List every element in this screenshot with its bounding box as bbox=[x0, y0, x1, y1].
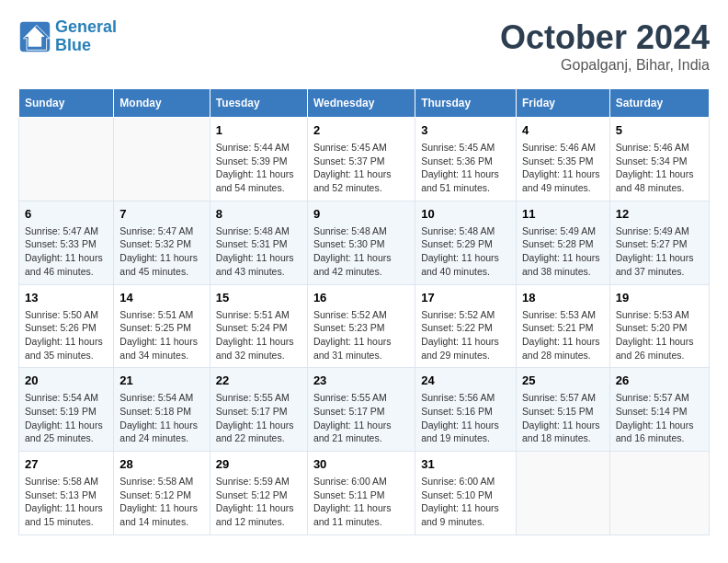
day-number: 30 bbox=[313, 457, 409, 471]
day-info: Sunrise: 5:52 AMSunset: 5:23 PMDaylight:… bbox=[313, 308, 409, 362]
calendar-cell: 16Sunrise: 5:52 AMSunset: 5:23 PMDayligh… bbox=[307, 284, 415, 368]
calendar-cell: 5Sunrise: 5:46 AMSunset: 5:34 PMDaylight… bbox=[609, 118, 709, 201]
calendar-cell: 29Sunrise: 5:59 AMSunset: 5:12 PMDayligh… bbox=[210, 452, 307, 535]
day-number: 26 bbox=[616, 373, 703, 387]
day-info: Sunrise: 5:48 AMSunset: 5:30 PMDaylight:… bbox=[313, 224, 409, 279]
day-info: Sunrise: 5:52 AMSunset: 5:22 PMDaylight:… bbox=[421, 308, 510, 362]
calendar-cell: 27Sunrise: 5:58 AMSunset: 5:13 PMDayligh… bbox=[19, 452, 114, 535]
day-info: Sunrise: 5:57 AMSunset: 5:15 PMDaylight:… bbox=[522, 391, 604, 445]
day-info: Sunrise: 5:45 AMSunset: 5:37 PMDaylight:… bbox=[313, 141, 409, 195]
day-info: Sunrise: 5:55 AMSunset: 5:17 PMDaylight:… bbox=[313, 391, 409, 445]
calendar-week-row: 27Sunrise: 5:58 AMSunset: 5:13 PMDayligh… bbox=[19, 452, 710, 535]
calendar-cell: 25Sunrise: 5:57 AMSunset: 5:15 PMDayligh… bbox=[516, 368, 609, 452]
title-section: October 2024 Gopalganj, Bihar, India bbox=[500, 18, 710, 74]
day-info: Sunrise: 6:00 AMSunset: 5:10 PMDaylight:… bbox=[421, 475, 510, 529]
calendar-cell: 13Sunrise: 5:50 AMSunset: 5:26 PMDayligh… bbox=[19, 284, 114, 368]
subtitle: Gopalganj, Bihar, India bbox=[500, 57, 710, 74]
calendar-cell: 11Sunrise: 5:49 AMSunset: 5:28 PMDayligh… bbox=[516, 201, 609, 284]
calendar-cell: 9Sunrise: 5:48 AMSunset: 5:30 PMDaylight… bbox=[307, 201, 415, 284]
logo-text: General Blue bbox=[55, 18, 117, 55]
day-info: Sunrise: 5:56 AMSunset: 5:16 PMDaylight:… bbox=[421, 391, 510, 445]
calendar-cell bbox=[19, 118, 114, 201]
day-number: 11 bbox=[522, 207, 604, 221]
calendar-cell bbox=[516, 452, 609, 535]
day-info: Sunrise: 5:50 AMSunset: 5:26 PMDaylight:… bbox=[25, 308, 108, 362]
calendar-header-row: SundayMondayTuesdayWednesdayThursdayFrid… bbox=[19, 89, 710, 118]
calendar-cell: 17Sunrise: 5:52 AMSunset: 5:22 PMDayligh… bbox=[415, 284, 517, 368]
day-number: 6 bbox=[25, 207, 108, 221]
day-info: Sunrise: 5:47 AMSunset: 5:32 PMDaylight:… bbox=[119, 224, 204, 279]
day-number: 3 bbox=[421, 123, 510, 137]
calendar-cell: 10Sunrise: 5:48 AMSunset: 5:29 PMDayligh… bbox=[415, 201, 517, 284]
day-number: 21 bbox=[119, 373, 204, 387]
day-number: 22 bbox=[216, 373, 301, 387]
calendar-cell: 8Sunrise: 5:48 AMSunset: 5:31 PMDaylight… bbox=[210, 201, 307, 284]
day-number: 17 bbox=[421, 291, 510, 304]
day-number: 18 bbox=[522, 291, 604, 304]
day-info: Sunrise: 5:51 AMSunset: 5:24 PMDaylight:… bbox=[216, 308, 301, 362]
calendar-cell: 2Sunrise: 5:45 AMSunset: 5:37 PMDaylight… bbox=[307, 118, 415, 201]
day-info: Sunrise: 5:59 AMSunset: 5:12 PMDaylight:… bbox=[216, 475, 301, 529]
day-info: Sunrise: 5:47 AMSunset: 5:33 PMDaylight:… bbox=[25, 224, 108, 279]
day-info: Sunrise: 5:45 AMSunset: 5:36 PMDaylight:… bbox=[421, 141, 510, 195]
calendar-cell: 24Sunrise: 5:56 AMSunset: 5:16 PMDayligh… bbox=[415, 368, 517, 452]
day-info: Sunrise: 5:44 AMSunset: 5:39 PMDaylight:… bbox=[216, 141, 301, 195]
day-number: 10 bbox=[421, 207, 510, 221]
calendar-cell: 18Sunrise: 5:53 AMSunset: 5:21 PMDayligh… bbox=[516, 284, 609, 368]
day-info: Sunrise: 5:46 AMSunset: 5:35 PMDaylight:… bbox=[522, 141, 604, 195]
day-number: 7 bbox=[119, 207, 204, 221]
day-info: Sunrise: 5:53 AMSunset: 5:20 PMDaylight:… bbox=[616, 308, 703, 362]
day-number: 5 bbox=[616, 123, 703, 137]
day-info: Sunrise: 5:58 AMSunset: 5:13 PMDaylight:… bbox=[25, 475, 108, 529]
day-number: 12 bbox=[616, 207, 703, 221]
day-info: Sunrise: 5:55 AMSunset: 5:17 PMDaylight:… bbox=[216, 391, 301, 445]
day-number: 29 bbox=[216, 457, 301, 471]
calendar-cell bbox=[609, 452, 709, 535]
day-number: 1 bbox=[216, 123, 301, 137]
header-day-friday: Friday bbox=[516, 89, 609, 118]
calendar-cell: 26Sunrise: 5:57 AMSunset: 5:14 PMDayligh… bbox=[609, 368, 709, 452]
header-day-wednesday: Wednesday bbox=[307, 89, 415, 118]
page-header: General Blue October 2024 Gopalganj, Bih… bbox=[18, 18, 710, 74]
day-number: 13 bbox=[25, 291, 108, 304]
calendar-week-row: 20Sunrise: 5:54 AMSunset: 5:19 PMDayligh… bbox=[19, 368, 710, 452]
day-number: 4 bbox=[522, 123, 604, 137]
day-number: 20 bbox=[25, 373, 108, 387]
day-info: Sunrise: 5:46 AMSunset: 5:34 PMDaylight:… bbox=[616, 141, 703, 195]
day-number: 19 bbox=[616, 291, 703, 304]
calendar-cell bbox=[114, 118, 210, 201]
calendar-cell: 19Sunrise: 5:53 AMSunset: 5:20 PMDayligh… bbox=[609, 284, 709, 368]
day-number: 24 bbox=[421, 373, 510, 387]
calendar-cell: 14Sunrise: 5:51 AMSunset: 5:25 PMDayligh… bbox=[114, 284, 210, 368]
calendar-week-row: 1Sunrise: 5:44 AMSunset: 5:39 PMDaylight… bbox=[19, 118, 710, 201]
day-info: Sunrise: 5:54 AMSunset: 5:19 PMDaylight:… bbox=[25, 391, 108, 445]
day-info: Sunrise: 5:57 AMSunset: 5:14 PMDaylight:… bbox=[616, 391, 703, 445]
day-info: Sunrise: 5:51 AMSunset: 5:25 PMDaylight:… bbox=[119, 308, 204, 362]
day-number: 16 bbox=[313, 291, 409, 304]
header-day-saturday: Saturday bbox=[609, 89, 709, 118]
calendar-cell: 15Sunrise: 5:51 AMSunset: 5:24 PMDayligh… bbox=[210, 284, 307, 368]
day-info: Sunrise: 5:49 AMSunset: 5:27 PMDaylight:… bbox=[616, 224, 703, 279]
day-info: Sunrise: 5:58 AMSunset: 5:12 PMDaylight:… bbox=[119, 475, 204, 529]
calendar-cell: 31Sunrise: 6:00 AMSunset: 5:10 PMDayligh… bbox=[415, 452, 517, 535]
header-day-tuesday: Tuesday bbox=[210, 89, 307, 118]
logo-icon bbox=[18, 20, 51, 53]
day-number: 27 bbox=[25, 457, 108, 471]
day-info: Sunrise: 6:00 AMSunset: 5:11 PMDaylight:… bbox=[313, 475, 409, 529]
header-day-sunday: Sunday bbox=[19, 89, 114, 118]
day-info: Sunrise: 5:54 AMSunset: 5:18 PMDaylight:… bbox=[119, 391, 204, 445]
day-info: Sunrise: 5:48 AMSunset: 5:29 PMDaylight:… bbox=[421, 224, 510, 279]
calendar-cell: 12Sunrise: 5:49 AMSunset: 5:27 PMDayligh… bbox=[609, 201, 709, 284]
day-number: 14 bbox=[119, 291, 204, 304]
day-number: 9 bbox=[313, 207, 409, 221]
calendar-cell: 23Sunrise: 5:55 AMSunset: 5:17 PMDayligh… bbox=[307, 368, 415, 452]
calendar-cell: 4Sunrise: 5:46 AMSunset: 5:35 PMDaylight… bbox=[516, 118, 609, 201]
day-info: Sunrise: 5:49 AMSunset: 5:28 PMDaylight:… bbox=[522, 224, 604, 279]
day-number: 23 bbox=[313, 373, 409, 387]
calendar-cell: 28Sunrise: 5:58 AMSunset: 5:12 PMDayligh… bbox=[114, 452, 210, 535]
day-info: Sunrise: 5:53 AMSunset: 5:21 PMDaylight:… bbox=[522, 308, 604, 362]
calendar-cell: 30Sunrise: 6:00 AMSunset: 5:11 PMDayligh… bbox=[307, 452, 415, 535]
day-number: 25 bbox=[522, 373, 604, 387]
day-number: 31 bbox=[421, 457, 510, 471]
calendar-cell: 6Sunrise: 5:47 AMSunset: 5:33 PMDaylight… bbox=[19, 201, 114, 284]
